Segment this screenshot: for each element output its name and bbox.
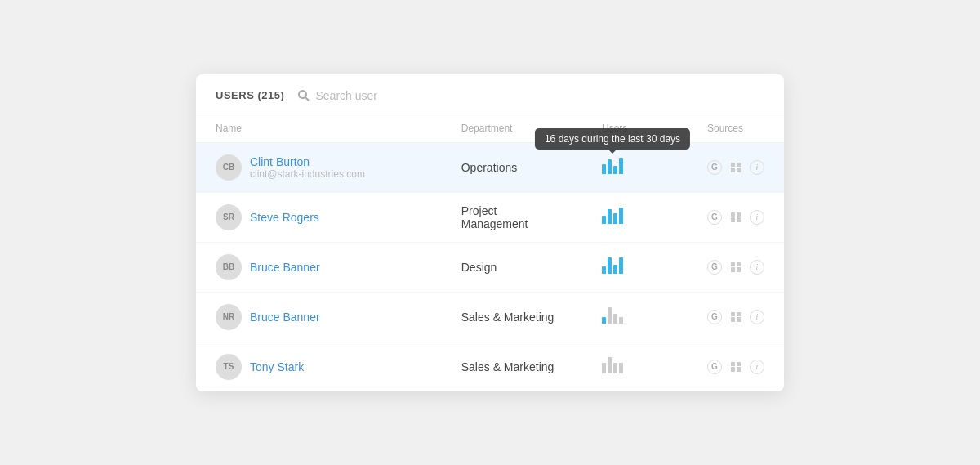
windows-icon-0 xyxy=(728,160,743,175)
google-icon-3: G xyxy=(707,310,722,324)
info-icon-2: i xyxy=(750,260,764,275)
bar-2-1 xyxy=(608,257,612,274)
department-cell-4: Sales & Marketing xyxy=(442,342,582,391)
user-name-1[interactable]: Steve Rogers xyxy=(250,211,319,224)
users-table: Name Department Users Sources CB Clint B… xyxy=(196,114,784,391)
bar-3-0 xyxy=(602,317,606,324)
card-header: USERS (215) Search user xyxy=(196,74,784,114)
tooltip-wrapper-3[interactable] xyxy=(602,307,623,324)
bar-3-1 xyxy=(608,307,612,324)
table-row[interactable]: CB Clint Burton clint@stark-industries.c… xyxy=(196,142,784,192)
bar-0-3 xyxy=(619,158,623,174)
search-box[interactable]: Search user xyxy=(297,89,376,102)
sources-cell-3: Gi xyxy=(688,292,784,342)
department-cell-1: Project Management xyxy=(442,192,582,242)
info-icon-1: i xyxy=(750,210,764,225)
table-row[interactable]: BB Bruce Banner DesignGi xyxy=(196,242,784,292)
bar-4-1 xyxy=(608,357,612,373)
windows-icon-4 xyxy=(728,360,743,374)
windows-icon-2 xyxy=(728,260,743,275)
search-icon xyxy=(297,89,310,102)
search-placeholder: Search user xyxy=(315,89,376,102)
info-icon-3: i xyxy=(750,310,764,324)
google-icon-1: G xyxy=(707,210,722,225)
sources-cell-0: Gi xyxy=(688,142,784,192)
avatar-1: SR xyxy=(216,204,242,230)
name-cell-1: SR Steve Rogers xyxy=(196,192,442,242)
tooltip-wrapper-4[interactable] xyxy=(602,357,623,373)
bar-1-0 xyxy=(602,216,606,224)
users-chart-cell-4 xyxy=(582,342,688,391)
bar-3-2 xyxy=(613,314,617,324)
user-email-0: clint@stark-industries.com xyxy=(250,168,365,180)
bar-chart-0[interactable] xyxy=(602,158,623,174)
bar-1-1 xyxy=(608,209,612,224)
google-icon-0: G xyxy=(707,160,722,175)
bar-chart-4[interactable] xyxy=(602,357,623,373)
bar-0-2 xyxy=(613,166,617,174)
user-name-4[interactable]: Tony Stark xyxy=(250,360,304,373)
bar-4-3 xyxy=(619,363,623,373)
info-icon-4: i xyxy=(750,360,764,374)
google-icon-2: G xyxy=(707,260,722,275)
user-name-3[interactable]: Bruce Banner xyxy=(250,311,320,324)
bar-2-2 xyxy=(613,265,617,274)
google-icon-4: G xyxy=(707,360,722,374)
name-cell-2: BB Bruce Banner xyxy=(196,242,442,292)
avatar-3: NR xyxy=(216,304,242,330)
tooltip-wrapper-0[interactable]: 16 days during the last 30 days xyxy=(602,158,623,174)
main-card: USERS (215) Search user Name Department … xyxy=(196,74,784,391)
users-chart-cell-2 xyxy=(582,242,688,292)
avatar-4: TS xyxy=(216,354,242,380)
users-chart-cell-3 xyxy=(582,292,688,342)
col-department: Department xyxy=(442,114,582,143)
bar-4-2 xyxy=(613,363,617,373)
name-cell-0: CB Clint Burton clint@stark-industries.c… xyxy=(196,142,442,192)
tooltip-wrapper-2[interactable] xyxy=(602,257,623,274)
bar-1-2 xyxy=(613,213,617,224)
svg-line-1 xyxy=(305,97,309,101)
sources-cell-1: Gi xyxy=(688,192,784,242)
avatar-0: CB xyxy=(216,154,242,181)
users-count-title: USERS (215) xyxy=(216,89,284,101)
table-row[interactable]: TS Tony Stark Sales & MarketingGi xyxy=(196,342,784,391)
windows-icon-1 xyxy=(728,210,743,225)
table-row[interactable]: SR Steve Rogers Project ManagementGi xyxy=(196,192,784,242)
bar-chart-2[interactable] xyxy=(602,257,623,274)
bar-2-3 xyxy=(619,257,623,274)
users-chart-cell-1 xyxy=(582,192,688,242)
bar-chart-3[interactable] xyxy=(602,307,623,324)
bar-3-3 xyxy=(619,317,623,324)
info-icon-0: i xyxy=(750,160,764,175)
bar-0-1 xyxy=(608,159,612,174)
bar-chart-1[interactable] xyxy=(602,208,623,224)
name-cell-3: NR Bruce Banner xyxy=(196,292,442,342)
col-name: Name xyxy=(196,114,442,143)
svg-point-0 xyxy=(299,91,306,98)
department-cell-0: Operations xyxy=(442,142,582,192)
sources-cell-2: Gi xyxy=(688,242,784,292)
bar-1-3 xyxy=(619,208,623,224)
user-name-0[interactable]: Clint Burton xyxy=(250,155,365,168)
avatar-2: BB xyxy=(216,254,242,280)
department-cell-2: Design xyxy=(442,242,582,292)
user-name-2[interactable]: Bruce Banner xyxy=(250,261,320,274)
sources-cell-4: Gi xyxy=(688,342,784,391)
name-cell-4: TS Tony Stark xyxy=(196,342,442,391)
bar-4-0 xyxy=(602,363,606,373)
users-chart-cell-0: 16 days during the last 30 days xyxy=(582,142,688,192)
table-row[interactable]: NR Bruce Banner Sales & MarketingGi xyxy=(196,292,784,342)
bar-2-0 xyxy=(602,266,606,274)
bar-0-0 xyxy=(602,164,606,174)
col-users: Users xyxy=(582,114,688,143)
tooltip-wrapper-1[interactable] xyxy=(602,208,623,224)
col-sources: Sources xyxy=(688,114,784,143)
windows-icon-3 xyxy=(728,310,743,324)
department-cell-3: Sales & Marketing xyxy=(442,292,582,342)
